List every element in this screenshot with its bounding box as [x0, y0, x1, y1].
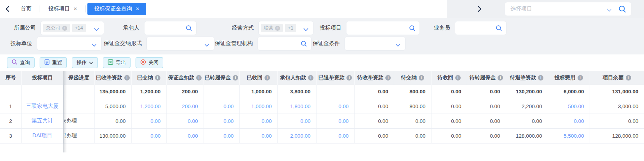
info-icon[interactable]: i: [308, 75, 313, 80]
selected-tag: 总公司×: [43, 24, 70, 32]
contractor-search: [144, 21, 197, 35]
chevron-down-icon: [607, 7, 612, 14]
info-icon[interactable]: i: [233, 75, 238, 80]
bid-unit-select[interactable]: [37, 37, 102, 51]
info-icon[interactable]: i: [419, 75, 424, 80]
search-icon[interactable]: [186, 25, 192, 33]
search-icon[interactable]: [496, 25, 502, 33]
search-icon[interactable]: [301, 40, 307, 49]
column-header-label: 投标项目: [32, 75, 53, 80]
close-icon[interactable]: ✕: [73, 7, 77, 11]
info-icon[interactable]: i: [346, 75, 352, 80]
filter-panel: 所属公司 总公司× +14 承包人 经营方式 联营× +1 投标项目: [0, 18, 644, 54]
filter-deposit-condition: 保证金条件: [313, 37, 406, 51]
row-index: 3: [0, 128, 21, 143]
deposit-condition-select[interactable]: [345, 37, 406, 51]
tab-home[interactable]: 首页: [14, 3, 38, 15]
amount-link[interactable]: 0.00: [131, 128, 166, 143]
amount-link[interactable]: 0.00: [277, 114, 316, 128]
search-icon[interactable]: [409, 25, 416, 33]
close-circle-icon: [140, 59, 146, 66]
project-link[interactable]: 三联家电大厦: [21, 99, 63, 114]
filter-salesperson: 业务员: [434, 21, 506, 35]
amount-cell: 0.00: [506, 114, 548, 128]
amount-link[interactable]: 1,000.00: [239, 99, 277, 114]
summary-cell: 0.00: [431, 85, 467, 99]
tabs-forward-icon[interactable]: [475, 3, 485, 15]
amount-link[interactable]: 0.00: [204, 128, 239, 143]
amount-cell: 0.00: [467, 99, 506, 114]
filter-deposit-agency: 保证金管理机构: [215, 37, 312, 51]
amount-link[interactable]: 0.00: [131, 114, 166, 128]
amount-cell: 5,000.00: [94, 99, 131, 114]
guarantee-progress-cell: 已办理: [63, 128, 94, 143]
close-button[interactable]: 关闭: [136, 57, 163, 68]
amount-link[interactable]: 0.00: [166, 128, 204, 143]
info-icon[interactable]: i: [538, 75, 543, 80]
reset-button[interactable]: 重置: [40, 57, 67, 68]
summary-cell: 200.00: [166, 85, 204, 99]
chevron-down-icon: [204, 42, 209, 49]
column-header: 已交纳i: [131, 71, 166, 85]
column-header: 已收垫资款i: [94, 71, 131, 85]
deposit-agency-input[interactable]: [262, 37, 299, 50]
info-icon[interactable]: i: [626, 75, 631, 80]
company-multiselect[interactable]: 总公司× +14: [40, 21, 104, 35]
button-label: 查询: [20, 59, 30, 66]
deposit-payment-form-select[interactable]: [146, 37, 214, 51]
filter-bid-project: 投标项目: [320, 21, 420, 35]
column-header: 待交纳i: [394, 71, 431, 85]
amount-link[interactable]: 5,500.00: [548, 128, 590, 143]
column-header: 投标项目: [21, 71, 63, 85]
remove-tag-icon[interactable]: ×: [275, 26, 280, 31]
column-header-label: 项目余额: [603, 75, 624, 80]
operation-mode-multiselect[interactable]: 联营× +1: [258, 21, 313, 35]
info-icon[interactable]: i: [455, 75, 461, 80]
info-icon[interactable]: i: [124, 75, 130, 80]
amount-link[interactable]: 500.00: [548, 99, 590, 114]
amount-link[interactable]: 0.00: [239, 128, 277, 143]
project-link[interactable]: 第五共计: [21, 114, 63, 128]
tab-bid-projects[interactable]: 投标项目 ✕: [42, 3, 84, 15]
actions-dropdown-button[interactable]: 操作: [72, 57, 98, 68]
contractor-input[interactable]: [148, 22, 184, 34]
close-icon[interactable]: ✕: [136, 7, 139, 11]
amount-link[interactable]: 0.00: [316, 114, 354, 128]
guarantee-progress-text: 已办理: [63, 132, 77, 139]
info-icon[interactable]: i: [265, 75, 270, 80]
amount-link[interactable]: 200.00: [166, 99, 204, 114]
amount-link[interactable]: 1,800.00: [277, 99, 316, 114]
amount-link[interactable]: 0.00: [548, 114, 590, 128]
button-label: 重置: [52, 59, 62, 66]
info-icon[interactable]: i: [155, 75, 160, 80]
amount-cell: 2,200.00: [506, 99, 548, 114]
amount-link[interactable]: 0.00: [239, 114, 277, 128]
tabs-back-icon[interactable]: [2, 3, 12, 15]
info-icon[interactable]: i: [578, 75, 583, 80]
info-icon[interactable]: i: [498, 75, 503, 80]
project-selector[interactable]: 选择项目: [505, 2, 631, 16]
query-button[interactable]: 查询: [7, 57, 35, 68]
data-grid: 序号投标项目保函进度已收垫资款i已交纳i保证金扣款i已转履保金i已收回i承包人扣…: [0, 71, 644, 144]
amount-link[interactable]: 0.00: [204, 99, 239, 114]
bid-project-input[interactable]: [350, 22, 408, 34]
amount-link[interactable]: 0.00: [204, 114, 239, 128]
tab-label: 首页: [21, 5, 31, 12]
amount-link[interactable]: 0.00: [316, 128, 354, 143]
remove-tag-icon[interactable]: ×: [62, 26, 67, 31]
info-icon[interactable]: i: [196, 75, 202, 80]
export-button[interactable]: 导出: [103, 57, 131, 68]
amount-cell: 0.00: [431, 128, 467, 143]
amount-link[interactable]: 1,200.00: [131, 99, 166, 114]
info-icon[interactable]: i: [385, 75, 391, 80]
column-header-label: 已转履保金: [205, 75, 231, 80]
tab-bid-deposit-query[interactable]: 投标保证金查询 ✕: [87, 3, 146, 15]
amount-link[interactable]: 2,000.00: [277, 128, 316, 143]
amount-cell: 130,000.00: [94, 128, 131, 143]
search-icon[interactable]: [618, 5, 627, 15]
tabbar-right-panel: 选择项目: [447, 0, 644, 18]
amount-link[interactable]: 0.00: [316, 99, 354, 114]
amount-link[interactable]: 0.00: [166, 114, 204, 128]
salesperson-input[interactable]: [459, 22, 494, 34]
project-link[interactable]: DAI项目: [21, 128, 63, 143]
